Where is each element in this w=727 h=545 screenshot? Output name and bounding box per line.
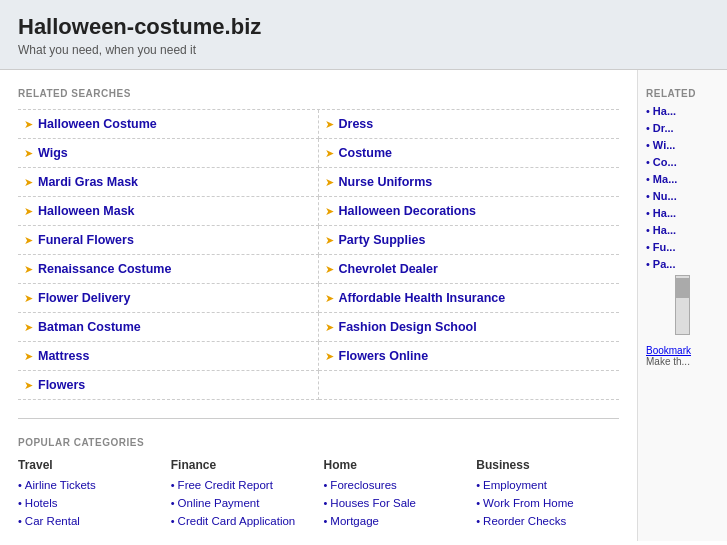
list-item[interactable]: Online Payment [171, 495, 314, 510]
popular-link-3-0[interactable]: Employment [483, 479, 547, 491]
link-cell-left-4[interactable]: ➤Funeral Flowers [18, 226, 319, 255]
link-cell-right-1[interactable]: ➤Costume [319, 139, 620, 168]
right-links-container: •Ha...•Dr...•Wi...•Co...•Ma...•Nu...•Ha.… [646, 105, 719, 270]
link-right-4[interactable]: Party Supplies [339, 233, 426, 247]
right-link-4[interactable]: Ma... [653, 173, 677, 185]
right-link-item-4[interactable]: •Ma... [646, 173, 719, 185]
right-link-item-9[interactable]: •Pa... [646, 258, 719, 270]
list-item[interactable]: Reorder Checks [476, 513, 619, 528]
list-item[interactable]: Hotels [18, 495, 161, 510]
link-left-9[interactable]: Flowers [38, 378, 85, 392]
list-item[interactable]: Free Credit Report [171, 477, 314, 492]
link-cell-left-2[interactable]: ➤Mardi Gras Mask [18, 168, 319, 197]
right-link-item-0[interactable]: •Ha... [646, 105, 719, 117]
link-left-3[interactable]: Halloween Mask [38, 204, 135, 218]
bullet-icon: • [646, 173, 650, 185]
link-cell-right-6[interactable]: ➤Affordable Health Insurance [319, 284, 620, 313]
right-link-item-8[interactable]: •Fu... [646, 241, 719, 253]
right-link-item-1[interactable]: •Dr... [646, 122, 719, 134]
list-item[interactable]: Mortgage [324, 513, 467, 528]
link-cell-right-5[interactable]: ➤Chevrolet Dealer [319, 255, 620, 284]
link-right-8[interactable]: Flowers Online [339, 349, 429, 363]
list-item[interactable]: Foreclosures [324, 477, 467, 492]
bullet-icon: • [646, 207, 650, 219]
list-item[interactable]: Work From Home [476, 495, 619, 510]
link-cell-left-8[interactable]: ➤Mattress [18, 342, 319, 371]
right-link-1[interactable]: Dr... [653, 122, 674, 134]
popular-col-3: BusinessEmploymentWork From HomeReorder … [476, 458, 619, 531]
bullet-icon: • [646, 241, 650, 253]
link-right-1[interactable]: Costume [339, 146, 392, 160]
right-link-8[interactable]: Fu... [653, 241, 676, 253]
right-link-item-6[interactable]: •Ha... [646, 207, 719, 219]
link-cell-right-2[interactable]: ➤Nurse Uniforms [319, 168, 620, 197]
arrow-icon: ➤ [24, 350, 33, 363]
right-link-item-2[interactable]: •Wi... [646, 139, 719, 151]
right-link-9[interactable]: Pa... [653, 258, 676, 270]
list-item[interactable]: Credit Card Application [171, 513, 314, 528]
link-left-6[interactable]: Flower Delivery [38, 291, 130, 305]
popular-link-2-2[interactable]: Mortgage [330, 515, 379, 527]
list-item[interactable]: Car Rental [18, 513, 161, 528]
link-left-4[interactable]: Funeral Flowers [38, 233, 134, 247]
link-right-5[interactable]: Chevrolet Dealer [339, 262, 438, 276]
link-cell-left-1[interactable]: ➤Wigs [18, 139, 319, 168]
arrow-icon: ➤ [24, 263, 33, 276]
popular-link-1-0[interactable]: Free Credit Report [178, 479, 273, 491]
link-left-5[interactable]: Renaissance Costume [38, 262, 171, 276]
link-right-6[interactable]: Affordable Health Insurance [339, 291, 506, 305]
link-left-7[interactable]: Batman Costume [38, 320, 141, 334]
link-cell-right-0[interactable]: ➤Dress [319, 110, 620, 139]
link-left-1[interactable]: Wigs [38, 146, 68, 160]
popular-col-2: HomeForeclosuresHouses For SaleMortgage [324, 458, 467, 531]
popular-link-2-1[interactable]: Houses For Sale [330, 497, 416, 509]
right-link-5[interactable]: Nu... [653, 190, 677, 202]
link-cell-left-9[interactable]: ➤Flowers [18, 371, 319, 400]
popular-link-0-0[interactable]: Airline Tickets [25, 479, 96, 491]
right-link-item-5[interactable]: •Nu... [646, 190, 719, 202]
bullet-icon: • [646, 224, 650, 236]
list-item[interactable]: Airline Tickets [18, 477, 161, 492]
link-cell-left-5[interactable]: ➤Renaissance Costume [18, 255, 319, 284]
right-link-6[interactable]: Ha... [653, 207, 676, 219]
link-cell-right-7[interactable]: ➤Fashion Design School [319, 313, 620, 342]
link-cell-left-6[interactable]: ➤Flower Delivery [18, 284, 319, 313]
right-link-3[interactable]: Co... [653, 156, 677, 168]
popular-col-heading-1: Finance [171, 458, 314, 472]
link-left-8[interactable]: Mattress [38, 349, 89, 363]
bullet-icon: • [646, 190, 650, 202]
link-right-0[interactable]: Dress [339, 117, 374, 131]
popular-link-0-1[interactable]: Hotels [25, 497, 58, 509]
link-cell-left-3[interactable]: ➤Halloween Mask [18, 197, 319, 226]
list-item[interactable]: Houses For Sale [324, 495, 467, 510]
popular-link-1-1[interactable]: Online Payment [178, 497, 260, 509]
popular-link-3-2[interactable]: Reorder Checks [483, 515, 566, 527]
right-link-item-7[interactable]: •Ha... [646, 224, 719, 236]
right-link-7[interactable]: Ha... [653, 224, 676, 236]
link-left-0[interactable]: Halloween Costume [38, 117, 157, 131]
popular-link-0-2[interactable]: Car Rental [25, 515, 80, 527]
right-link-0[interactable]: Ha... [653, 105, 676, 117]
scrollbar[interactable] [675, 275, 690, 335]
popular-link-2-0[interactable]: Foreclosures [330, 479, 396, 491]
link-cell-left-0[interactable]: ➤Halloween Costume [18, 110, 319, 139]
links-grid: ➤Halloween Costume➤Dress➤Wigs➤Costume➤Ma… [18, 109, 619, 400]
bookmark-link[interactable]: Bookmark [646, 345, 691, 356]
link-cell-right-3[interactable]: ➤Halloween Decorations [319, 197, 620, 226]
link-cell-right-8[interactable]: ➤Flowers Online [319, 342, 620, 371]
right-link-item-3[interactable]: •Co... [646, 156, 719, 168]
right-link-2[interactable]: Wi... [653, 139, 676, 151]
link-cell-right-4[interactable]: ➤Party Supplies [319, 226, 620, 255]
list-item[interactable]: Employment [476, 477, 619, 492]
scrollbar-thumb[interactable] [676, 278, 689, 298]
link-right-2[interactable]: Nurse Uniforms [339, 175, 433, 189]
popular-link-3-1[interactable]: Work From Home [483, 497, 574, 509]
link-right-7[interactable]: Fashion Design School [339, 320, 477, 334]
link-cell-left-7[interactable]: ➤Batman Costume [18, 313, 319, 342]
link-left-2[interactable]: Mardi Gras Mask [38, 175, 138, 189]
link-right-3[interactable]: Halloween Decorations [339, 204, 477, 218]
bullet-icon: • [646, 122, 650, 134]
popular-col-1: FinanceFree Credit ReportOnline PaymentC… [171, 458, 314, 531]
popular-link-1-2[interactable]: Credit Card Application [178, 515, 296, 527]
arrow-icon: ➤ [24, 147, 33, 160]
